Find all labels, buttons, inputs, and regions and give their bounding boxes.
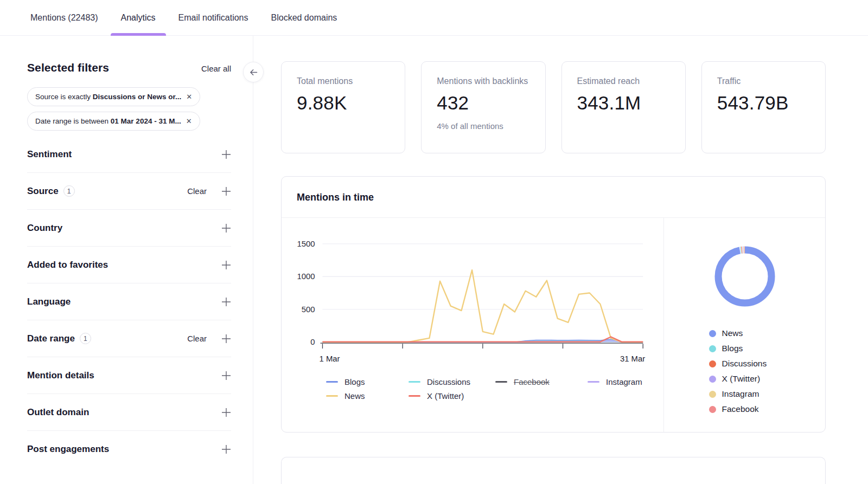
legend-item-news[interactable]: News xyxy=(326,391,409,401)
filter-row-outlet-domain[interactable]: Outlet domain xyxy=(27,394,231,431)
stat-value: 9.88K xyxy=(297,92,390,114)
filter-chip-source[interactable]: Source is exactly Discussions or News or… xyxy=(27,87,200,106)
chip-text: Source is exactly Discussions or News or… xyxy=(35,93,181,101)
legend-item-discussions[interactable]: Discussions xyxy=(409,377,495,386)
collapse-sidebar-button[interactable] xyxy=(243,62,264,82)
close-icon[interactable]: ✕ xyxy=(186,93,192,100)
legend-dot xyxy=(709,391,716,398)
clear-filter-button[interactable]: Clear xyxy=(187,334,207,343)
donut-chart-svg xyxy=(713,245,776,308)
filters-sidebar: Selected filters Clear all Source is exa… xyxy=(0,36,253,484)
plus-icon[interactable] xyxy=(221,297,231,307)
legend-dot xyxy=(709,376,716,383)
filter-list: Sentiment Source 1 Clear Country Added t… xyxy=(27,136,231,468)
legend-item-x-twitter[interactable]: X (Twitter) xyxy=(409,391,495,401)
stat-value: 432 xyxy=(437,92,529,114)
donut-legend-discussions[interactable]: Discussions xyxy=(709,359,781,369)
stat-card-traffic: Traffic 543.79B xyxy=(701,61,826,153)
filter-row-added-to-favorites[interactable]: Added to favorites xyxy=(27,247,231,283)
plus-icon[interactable] xyxy=(221,223,231,233)
plus-icon[interactable] xyxy=(221,150,231,159)
legend-dash xyxy=(588,381,599,383)
legend-item-facebook-disabled[interactable]: Facebook xyxy=(495,377,588,386)
next-section-card xyxy=(281,457,826,484)
tab-analytics[interactable]: Analytics xyxy=(110,0,167,36)
stat-cards-row: Total mentions 9.88K Mentions with backl… xyxy=(281,61,826,153)
line-chart: 0500100015001 Mar31 Mar Blogs Discussion… xyxy=(282,218,663,432)
tab-mentions[interactable]: Mentions (22483) xyxy=(19,0,110,36)
legend-dot xyxy=(709,360,716,367)
svg-text:1000: 1000 xyxy=(297,272,315,281)
plus-icon[interactable] xyxy=(221,371,231,380)
close-icon[interactable]: ✕ xyxy=(186,118,192,125)
sources-donut-pane: News Blogs Discussions X (Twitter) xyxy=(663,218,825,432)
legend-dot xyxy=(709,345,716,352)
line-chart-legend: Blogs Discussions Facebook Instagram xyxy=(326,377,656,401)
filter-row-post-engagements[interactable]: Post engagements xyxy=(27,431,231,468)
analytics-main: Total mentions 9.88K Mentions with backl… xyxy=(254,36,868,484)
stat-subtext: 4% of all mentions xyxy=(437,121,529,131)
stat-card-estimated-reach: Estimated reach 343.1M xyxy=(561,61,686,153)
legend-dash xyxy=(495,381,507,383)
svg-text:500: 500 xyxy=(302,305,315,314)
plus-icon[interactable] xyxy=(221,260,231,270)
donut-legend: News Blogs Discussions X (Twitter) xyxy=(709,328,781,414)
chip-text: Date range is between 01 Mar 2024 - 31 M… xyxy=(35,117,181,125)
filter-row-language[interactable]: Language xyxy=(27,283,231,320)
filter-chip-date-range[interactable]: Date range is between 01 Mar 2024 - 31 M… xyxy=(27,112,200,131)
donut-legend-news[interactable]: News xyxy=(709,328,781,338)
plus-icon[interactable] xyxy=(221,408,231,417)
tab-email-notifications[interactable]: Email notifications xyxy=(167,0,260,36)
filter-row-mention-details[interactable]: Mention details xyxy=(27,357,231,394)
filter-row-country[interactable]: Country xyxy=(27,210,231,247)
svg-text:31 Mar: 31 Mar xyxy=(620,354,645,363)
arrow-left-icon xyxy=(248,67,259,78)
legend-dash xyxy=(409,395,420,397)
svg-text:0: 0 xyxy=(310,338,315,346)
legend-item-instagram[interactable]: Instagram xyxy=(588,377,656,386)
filter-count-badge: 1 xyxy=(63,185,75,197)
line-chart-svg: 0500100015001 Mar31 Mar xyxy=(290,232,656,376)
legend-dot xyxy=(709,330,716,337)
clear-filter-button[interactable]: Clear xyxy=(187,186,207,196)
donut-legend-blogs[interactable]: Blogs xyxy=(709,344,781,353)
donut-legend-instagram[interactable]: Instagram xyxy=(709,389,781,399)
chart-title: Mentions in time xyxy=(297,192,810,203)
plus-icon[interactable] xyxy=(221,444,231,454)
filter-row-date-range[interactable]: Date range 1 Clear xyxy=(27,320,231,357)
legend-dash xyxy=(326,381,338,383)
clear-all-button[interactable]: Clear all xyxy=(201,64,231,73)
legend-dash xyxy=(409,381,420,383)
selected-filters-title: Selected filters xyxy=(27,61,109,74)
legend-dash xyxy=(326,395,338,397)
plus-icon[interactable] xyxy=(221,334,231,344)
donut-legend-facebook[interactable]: Facebook xyxy=(709,404,781,414)
filter-row-source[interactable]: Source 1 Clear xyxy=(27,173,231,210)
plus-icon[interactable] xyxy=(221,186,231,196)
donut-legend-x-twitter[interactable]: X (Twitter) xyxy=(709,374,781,384)
stat-card-total-mentions: Total mentions 9.88K xyxy=(281,61,405,153)
stat-value: 543.79B xyxy=(717,92,810,114)
stat-value: 343.1M xyxy=(577,92,670,114)
tab-bar: Mentions (22483) Analytics Email notific… xyxy=(0,0,868,36)
svg-text:1500: 1500 xyxy=(297,240,315,248)
stat-card-mentions-with-backlinks: Mentions with backlinks 432 4% of all me… xyxy=(421,61,545,153)
mentions-in-time-card: Mentions in time 0500100015001 Mar31 Mar… xyxy=(281,176,826,433)
svg-text:1 Mar: 1 Mar xyxy=(320,354,340,363)
tab-blocked-domains[interactable]: Blocked domains xyxy=(260,0,349,36)
filter-count-badge: 1 xyxy=(80,333,91,344)
filter-row-sentiment[interactable]: Sentiment xyxy=(27,136,231,173)
legend-item-blogs[interactable]: Blogs xyxy=(326,377,409,386)
legend-dot xyxy=(709,406,716,413)
